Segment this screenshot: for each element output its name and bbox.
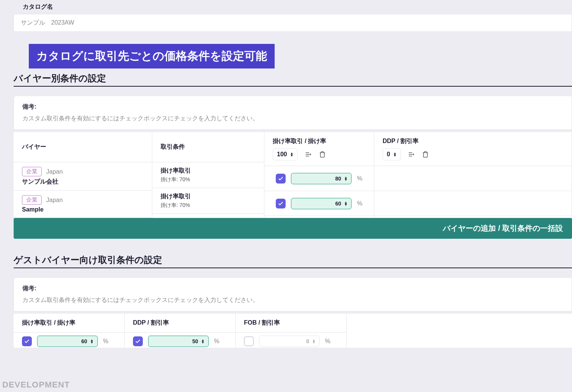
company-badge: 企業: [22, 167, 42, 176]
guest-table: 掛け率取引 / 掛け率 60▲▼ % DDP / 割引率 50▲▼ % FOB …: [14, 314, 572, 348]
table-row: 0▲▼ %: [236, 333, 346, 348]
percent-symbol: %: [214, 338, 219, 345]
spinner-icon[interactable]: ▲▼: [290, 152, 294, 157]
company-badge: 企業: [22, 195, 42, 205]
table-row: 企業 Japan サンプル会社: [14, 162, 152, 191]
rate-default-input[interactable]: 100 ▲▼: [273, 148, 298, 160]
country-label: Japan: [46, 168, 63, 175]
rate-input[interactable]: 60 ▲▼: [291, 198, 352, 209]
spinner-icon[interactable]: ▲▼: [90, 339, 94, 344]
divider: [14, 86, 572, 87]
trade-type: 掛け率取引: [161, 193, 256, 201]
spinner-icon[interactable]: ▲▼: [393, 152, 397, 157]
remark-label: 備考:: [22, 103, 563, 111]
spinner-icon[interactable]: ▲▼: [201, 339, 205, 344]
buyer-name: サンプル会社: [22, 178, 144, 186]
table-row: 80 ▲▼ %: [264, 166, 374, 191]
table-row: 60▲▼ %: [14, 333, 124, 348]
percent-symbol: %: [103, 338, 108, 345]
spinner-icon[interactable]: ▲▼: [312, 339, 316, 344]
rate-input[interactable]: 50▲▼: [148, 336, 209, 347]
rate-text: 掛け率: 70%: [161, 202, 256, 209]
trash-icon[interactable]: [421, 150, 430, 159]
remark-text: カスタム取引条件を有効にするにはチェックボックスにチェックを入力してください。: [22, 115, 563, 123]
table-row: [374, 191, 572, 216]
divider: [14, 268, 572, 268]
guest-fob-header: FOB / 割引率: [236, 314, 346, 333]
buyer-section-title: バイヤー別条件の設定: [14, 72, 572, 84]
remark-text: カスタム取引条件を有効にするにはチェックボックスにチェックを入力してください。: [22, 296, 563, 304]
percent-symbol: %: [357, 200, 362, 207]
guest-section-title: ゲストバイヤー向け取引条件の設定: [14, 254, 572, 266]
table-row: 50▲▼ %: [125, 333, 235, 348]
rate-checkbox[interactable]: [276, 174, 286, 184]
percent-symbol: %: [357, 175, 362, 182]
guest-rate-header: 掛け率取引 / 掛け率: [14, 314, 124, 333]
feature-banner: カタログに取引先ごとの価格条件を設定可能: [29, 44, 275, 68]
rate-input[interactable]: 60▲▼: [37, 336, 98, 347]
table-row: 掛け率取引 掛け率: 70%: [152, 188, 264, 214]
rate-text: 掛け率: 70%: [161, 176, 256, 183]
table-row: 掛け率取引 掛け率: 70%: [152, 162, 264, 188]
rate-checkbox[interactable]: [244, 336, 254, 346]
apply-all-icon[interactable]: [407, 150, 415, 159]
rate-checkbox[interactable]: [133, 336, 143, 346]
buyer-header: バイヤー: [22, 143, 144, 151]
trade-header: 取引条件: [161, 143, 256, 151]
spinner-icon[interactable]: ▲▼: [344, 176, 347, 181]
guest-ddp-header: DDP / 割引率: [125, 314, 235, 333]
trash-icon[interactable]: [318, 150, 327, 159]
remark-label: 備考:: [22, 285, 563, 292]
catalog-value: サンプル 2023AW: [14, 14, 572, 32]
ddp-header: DDP / 割引率: [383, 137, 563, 145]
trade-type: 掛け率取引: [161, 167, 256, 175]
buyer-table: バイヤー 企業 Japan サンプル会社 企業 Japan Sample 取引条…: [14, 132, 572, 218]
buyer-name: Sample: [22, 206, 144, 213]
catalog-label: カタログ名: [23, 3, 572, 11]
percent-symbol: %: [325, 338, 330, 345]
rate-checkbox[interactable]: [22, 336, 32, 346]
apply-all-icon[interactable]: [304, 150, 312, 159]
ddp-default-input[interactable]: 0 ▲▼: [383, 148, 401, 160]
buyer-remark-box: 備考: カスタム取引条件を有効にするにはチェックボックスにチェックを入力してくだ…: [14, 96, 572, 130]
rate-input[interactable]: 0▲▼: [259, 336, 320, 347]
table-row: [374, 166, 572, 191]
rate-checkbox[interactable]: [276, 199, 286, 208]
spinner-icon[interactable]: ▲▼: [344, 201, 347, 206]
add-buyer-button[interactable]: バイヤーの追加 / 取引条件の一括設: [14, 218, 572, 239]
rate-header: 掛け率取引 / 掛け率: [273, 137, 366, 145]
country-label: Japan: [46, 197, 63, 204]
rate-input[interactable]: 80 ▲▼: [291, 173, 352, 184]
table-row: 企業 Japan Sample: [14, 191, 152, 218]
guest-remark-box: 備考: カスタム取引条件を有効にするにはチェックボックスにチェックを入力してくだ…: [14, 277, 572, 311]
table-row: 60 ▲▼ %: [264, 191, 374, 216]
